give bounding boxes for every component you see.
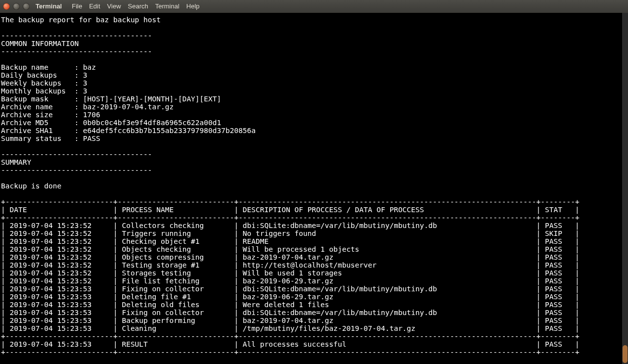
menu-help[interactable]: Help [186,2,200,10]
menu-edit[interactable]: Edit [89,2,100,10]
menu-view[interactable]: View [107,2,121,10]
minimize-icon[interactable] [13,3,20,10]
menu-bar: File Edit View Search Terminal Help [72,2,199,10]
terminal-output[interactable]: The backup report for baz backup host --… [0,13,628,364]
maximize-icon[interactable] [23,3,30,10]
menu-terminal[interactable]: Terminal [155,2,179,10]
scrollbar-track[interactable] [622,13,628,364]
menu-file[interactable]: File [72,2,82,10]
close-icon[interactable] [3,3,10,10]
menu-search[interactable]: Search [128,2,148,10]
window-titlebar: Terminal File Edit View Search Terminal … [0,0,628,13]
window-title: Terminal [36,2,62,10]
scrollbar-thumb[interactable] [623,345,628,363]
